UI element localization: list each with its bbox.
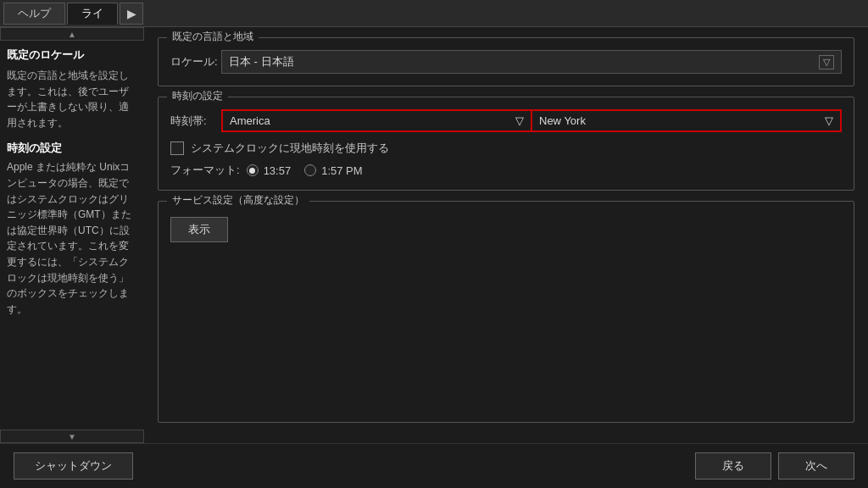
use-local-time-label: システムクロックに現地時刻を使用する [191, 141, 389, 156]
tab-help-label: ヘルプ [18, 6, 51, 21]
locale-dropdown-arrow: ▽ [819, 55, 834, 69]
timezone-region-select[interactable]: America ▽ [221, 109, 531, 132]
timezone-region-value: America [230, 114, 270, 127]
timezone-selects: America ▽ New York ▽ [221, 109, 842, 132]
tab-arrow-icon: ▶ [127, 7, 136, 20]
locale-group: 既定の言語と地域 ロケール: 日本 - 日本語 ▽ [158, 37, 854, 86]
format-12h-label: 1:57 PM [321, 164, 362, 177]
timezone-city-arrow: ▽ [825, 114, 833, 127]
bottom-left-buttons: シャットダウン [14, 452, 133, 480]
locale-row: ロケール: 日本 - 日本語 ▽ [170, 50, 842, 74]
timezone-label: 時刻帯: [170, 114, 221, 129]
tab-arrow-button[interactable]: ▶ [120, 3, 143, 25]
sidebar-scroll-down[interactable]: ▼ [0, 430, 144, 443]
time-group-legend: 時刻の設定 [167, 89, 228, 103]
sidebar-section1-text: 既定の言語と地域を設定します。これは、後でユーザーが上書きしない限り、適用されま… [7, 68, 136, 130]
timezone-row: 時刻帯: America ▽ New York ▽ [170, 109, 842, 132]
service-show-button[interactable]: 表示 [170, 217, 228, 242]
use-local-time-row: システムクロックに現地時刻を使用する [170, 141, 842, 156]
timezone-region-arrow: ▽ [515, 114, 524, 127]
tab-bar: ヘルプ ライ ▶ [0, 0, 868, 27]
format-label: フォーマット: [170, 163, 240, 178]
service-group-legend: サービス設定（高度な設定） [167, 193, 309, 208]
main-content: ▲ 既定のロケール 既定の言語と地域を設定します。これは、後でユーザーが上書きし… [0, 27, 868, 443]
shutdown-button[interactable]: シャットダウン [14, 452, 133, 480]
sidebar-section1-title: 既定のロケール [7, 47, 136, 63]
format-24h-radio[interactable] [247, 164, 259, 176]
sidebar-section2-text: Apple または純粋な Unixコンピュータの場合、既定ではシステムクロックは… [7, 159, 136, 317]
back-button[interactable]: 戻る [695, 452, 771, 480]
timezone-city-value: New York [539, 114, 586, 127]
format-radio-group: 13:57 1:57 PM [247, 164, 363, 177]
sidebar-inner: 既定のロケール 既定の言語と地域を設定します。これは、後でユーザーが上書きしない… [0, 41, 144, 430]
locale-group-legend: 既定の言語と地域 [167, 30, 259, 44]
format-24h-label: 13:57 [264, 164, 292, 177]
bottom-right-buttons: 戻る 次へ [695, 452, 854, 480]
sidebar-scroll-up[interactable]: ▲ [0, 27, 144, 41]
locale-select[interactable]: 日本 - 日本語 ▽ [221, 50, 842, 74]
right-panel: 既定の言語と地域 ロケール: 日本 - 日本語 ▽ 時刻の設定 時刻帯: [144, 27, 868, 443]
bottom-bar: シャットダウン 戻る 次へ [0, 443, 868, 488]
tab-line[interactable]: ライ [67, 3, 118, 25]
locale-select-value: 日本 - 日本語 [229, 54, 294, 69]
timezone-city-select[interactable]: New York ▽ [531, 109, 842, 132]
sidebar-wrapper: ▲ 既定のロケール 既定の言語と地域を設定します。これは、後でユーザーが上書きし… [0, 27, 144, 443]
format-row: フォーマット: 13:57 1:57 PM [170, 163, 842, 178]
time-group: 時刻の設定 時刻帯: America ▽ New York ▽ [158, 97, 854, 191]
tab-line-label: ライ [81, 6, 103, 21]
format-12h-radio[interactable] [304, 164, 316, 176]
use-local-time-checkbox[interactable] [170, 141, 184, 155]
app-window: ヘルプ ライ ▶ ▲ 既定のロケール 既定の言語と地域を設定します。これは、後で… [0, 0, 868, 488]
format-12h-item[interactable]: 1:57 PM [304, 164, 362, 177]
locale-label: ロケール: [170, 54, 221, 69]
tab-help[interactable]: ヘルプ [3, 3, 65, 25]
service-group: サービス設定（高度な設定） 表示 [158, 201, 854, 423]
sidebar-section2-title: 時刻の設定 [7, 141, 136, 156]
format-24h-item[interactable]: 13:57 [247, 164, 292, 177]
next-button[interactable]: 次へ [778, 452, 854, 480]
sidebar-section2: 時刻の設定 Apple または純粋な Unixコンピュータの場合、既定ではシステ… [7, 141, 136, 317]
